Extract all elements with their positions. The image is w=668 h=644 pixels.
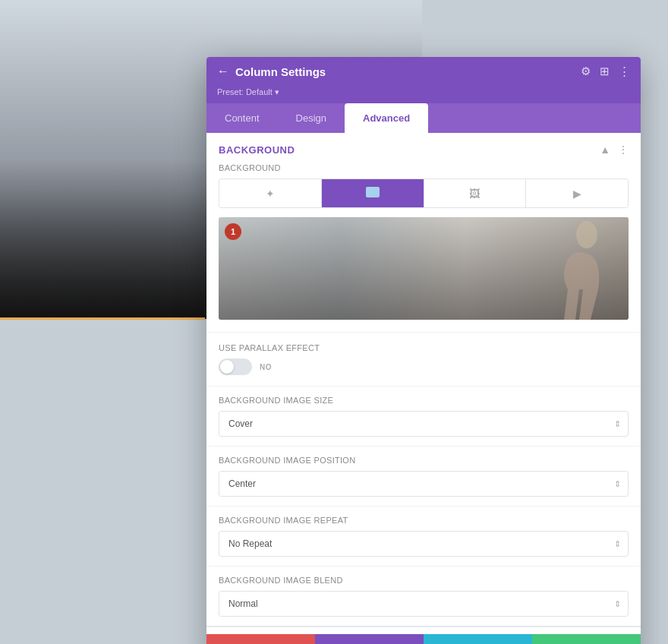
tab-content[interactable]: Content [206, 103, 278, 133]
background-section-title: Background [219, 144, 295, 156]
settings-icon[interactable]: ⚙ [581, 65, 591, 78]
image-blend-wrapper: Normal Multiply Screen Overlay [219, 591, 629, 617]
parallax-label: Use Parallax Effect [219, 343, 629, 352]
image-size-wrapper: Cover Contain Auto Custom [219, 411, 629, 437]
preset-label[interactable]: Preset: Default ▾ [206, 86, 641, 103]
panel-body: Background ▲ ⋮ Background ✦ [206, 133, 641, 634]
background-section: Background ▲ ⋮ Background ✦ [206, 133, 641, 627]
section-header-icons: ▲ ⋮ [600, 144, 629, 156]
image-position-wrapper: Center Top Left Top Center Top Right [219, 471, 629, 497]
svg-point-1 [576, 221, 597, 248]
header-left: ← Column Settings [217, 65, 326, 78]
background-section-header: Background ▲ ⋮ [206, 133, 641, 163]
bg-type-gradient[interactable] [322, 179, 424, 207]
panel-footer: ✕ ↺ ↻ ✓ [206, 634, 641, 644]
panel-title: Column Settings [235, 65, 326, 78]
image-icon: 🖼 [469, 188, 480, 200]
bg-type-image[interactable]: 🖼 [424, 179, 527, 207]
column-settings-panel: ← Column Settings ⚙ ⊞ ⋮ Preset: Default … [206, 57, 641, 644]
background-field-label: Background [219, 163, 629, 172]
panel-header: ← Column Settings ⚙ ⊞ ⋮ Preset: Default … [206, 57, 641, 133]
image-repeat-select[interactable]: No Repeat Repeat Repeat X Repeat Y [219, 531, 629, 557]
accent-line [0, 317, 205, 320]
background-section-content: Background ✦ [206, 163, 641, 332]
header-right: ⚙ ⊞ ⋮ [581, 65, 630, 78]
section-more-icon[interactable]: ⋮ [618, 144, 629, 156]
more-icon[interactable]: ⋮ [619, 65, 630, 78]
gradient-icon [366, 187, 380, 200]
image-repeat-group: Background Image Repeat No Repeat Repeat… [206, 506, 641, 566]
svg-rect-0 [366, 187, 380, 197]
tab-design[interactable]: Design [278, 103, 345, 133]
toggle-knob [220, 360, 234, 374]
image-blend-label: Background Image Blend [219, 576, 629, 585]
parallax-row: Use Parallax Effect NO [206, 332, 641, 386]
tab-advanced[interactable]: Advanced [345, 103, 428, 133]
background-preview [219, 217, 629, 320]
admin-label-section: Admin Label ∨ [206, 627, 641, 634]
image-blend-select[interactable]: Normal Multiply Screen Overlay [219, 591, 629, 617]
collapse-icon[interactable]: ▲ [600, 144, 610, 156]
bg-type-none[interactable]: ✦ [219, 179, 322, 207]
bg-type-video[interactable]: ▶ [526, 179, 628, 207]
image-size-group: Background Image Size Cover Contain Auto… [206, 386, 641, 446]
image-position-label: Background Image Position [219, 456, 629, 465]
image-size-label: Background Image Size [219, 396, 629, 405]
image-blend-group: Background Image Blend Normal Multiply S… [206, 566, 641, 626]
background-type-tabs: ✦ [219, 178, 629, 208]
back-button[interactable]: ← [217, 65, 229, 78]
tab-bar: Content Design Advanced [206, 103, 641, 133]
image-repeat-label: Background Image Repeat [219, 516, 629, 525]
image-position-group: Background Image Position Center Top Lef… [206, 446, 641, 506]
parallax-toggle-label: NO [260, 363, 272, 371]
redo-button[interactable]: ↻ [424, 634, 532, 644]
layout-icon[interactable]: ⊞ [600, 65, 610, 78]
image-position-select[interactable]: Center Top Left Top Center Top Right [219, 471, 629, 497]
undo-button[interactable]: ↺ [315, 634, 424, 644]
image-size-select[interactable]: Cover Contain Auto Custom [219, 411, 629, 437]
parallax-toggle[interactable] [219, 358, 252, 375]
image-repeat-wrapper: No Repeat Repeat Repeat X Repeat Y [219, 531, 629, 557]
preview-badge: 1 [225, 223, 241, 240]
save-button[interactable]: ✓ [532, 634, 641, 644]
cancel-button[interactable]: ✕ [206, 634, 315, 644]
video-icon: ▶ [573, 188, 581, 200]
no-bg-icon: ✦ [266, 188, 275, 200]
